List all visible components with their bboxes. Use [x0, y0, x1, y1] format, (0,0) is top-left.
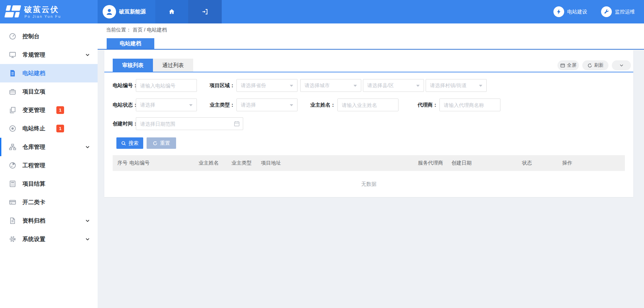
reset-button[interactable]: 重置 [147, 137, 176, 149]
change-mgmt-badge: 1 [56, 106, 64, 114]
brand-title: 破茧云伏 [24, 4, 59, 15]
date-range-input[interactable] [136, 117, 243, 130]
home-button[interactable] [155, 0, 188, 23]
chevron-down-icon [85, 53, 90, 57]
nav-monitor-ops[interactable]: 监控运维 [601, 0, 635, 23]
logo-area: 破茧云伏 Po Jian Yun Fu [0, 0, 98, 23]
station-code-input[interactable] [136, 79, 197, 92]
sidebar-item-warehouse-mgmt[interactable]: 仓库管理 [0, 138, 98, 156]
refresh-icon [587, 63, 592, 68]
chevron-down-icon [85, 145, 90, 149]
station-code-label: 电站编号： [113, 79, 134, 92]
page-tab-station-archive[interactable]: 电站建档 [107, 38, 154, 49]
gear-icon [9, 235, 16, 243]
sidebar-item-station-termination[interactable]: 电站终止 1 [0, 119, 98, 138]
search-button[interactable]: 搜索 [116, 137, 143, 149]
bank-card-icon [9, 198, 16, 206]
sidebar-item-project-settlement[interactable]: 项目结算 [0, 175, 98, 193]
copy-pages-icon [9, 106, 16, 114]
agent-label: 代理商： [398, 99, 438, 111]
content-card: 审核列表 通过列表 全屏 刷新 电站编号： 项目区域： 请选择省份 请选择城市 [104, 50, 633, 197]
top-header: 破茧云伏 Po Jian Yun Fu 破茧新能源 [0, 0, 644, 23]
sidebar-item-engineering-mgmt[interactable]: 工程管理 [0, 156, 98, 175]
county-select[interactable]: 请选择县/区 [363, 79, 424, 92]
record-circle-icon [9, 125, 16, 132]
company-name: 破茧新能源 [119, 0, 146, 23]
search-icon [121, 141, 126, 146]
lightning-icon [556, 9, 562, 15]
col-owner-name: 业主姓名 [199, 160, 231, 166]
station-termination-badge: 1 [56, 125, 64, 132]
archive-doc-icon [9, 217, 16, 225]
sidebar-item-open-card[interactable]: 开二类卡 [0, 193, 98, 211]
col-status: 状态 [522, 160, 562, 166]
agent-input[interactable] [439, 99, 500, 111]
breadcrumb: 当前位置： 首页 / 电站建档 [106, 27, 167, 33]
nav-monitor-ops-label: 监控运维 [615, 9, 635, 15]
collapse-toolbar-button[interactable] [612, 60, 631, 70]
sidebar: 控制台 常规管理 电站建档 [0, 23, 98, 308]
station-status-label: 电站状态： [113, 99, 134, 111]
logout-button[interactable] [188, 0, 222, 23]
wrench-icon [603, 9, 609, 15]
document-icon [9, 69, 16, 77]
sidebar-item-system-settings[interactable]: 系统设置 [0, 230, 98, 248]
refresh-button[interactable]: 刷新 [582, 60, 608, 70]
dashboard-icon [9, 33, 16, 40]
sidebar-item-change-mgmt[interactable]: 变更管理 1 [0, 101, 98, 119]
col-project-address: 项目地址 [261, 160, 418, 166]
nav-station-build-label: 电站建设 [567, 9, 587, 15]
owner-type-select[interactable]: 请选择 [236, 99, 298, 111]
sidebar-item-project-initiation[interactable]: 项目立项 [0, 82, 98, 101]
table-empty-state: 无数据 [113, 171, 625, 197]
sidebar-item-station-archive[interactable]: 电站建档 [0, 64, 98, 82]
breadcrumb-prefix: 当前位置： [106, 27, 131, 33]
pie-gauge-icon [9, 162, 16, 169]
calculator-icon [9, 180, 16, 188]
fullscreen-icon [560, 63, 565, 68]
brand-subtitle: Po Jian Yun Fu [24, 14, 61, 18]
user-segment: 破茧新能源 [98, 0, 155, 23]
nav-station-build[interactable]: 电站建设 [553, 0, 587, 23]
tab-underline [104, 72, 633, 72]
app-root: 破茧云伏 Po Jian Yun Fu 破茧新能源 [0, 0, 644, 308]
col-create-date: 创建日期 [451, 160, 522, 166]
calendar-icon[interactable] [234, 121, 630, 127]
col-actions: 操作 [562, 160, 625, 166]
owner-name-label: 业主姓名： [298, 99, 335, 111]
station-status-select[interactable]: 请选择 [136, 99, 197, 111]
sitemap-icon [9, 143, 16, 151]
active-indicator-bar [0, 138, 1, 156]
sidebar-item-data-archive[interactable]: 资料归档 [0, 211, 98, 230]
city-select[interactable]: 请选择城市 [300, 79, 361, 92]
sidebar-item-console[interactable]: 控制台 [0, 27, 98, 46]
monitor-icon [9, 51, 16, 59]
tab-review-list[interactable]: 审核列表 [113, 59, 153, 72]
reset-icon [153, 141, 158, 146]
owner-name-input[interactable] [337, 99, 398, 111]
briefcase-icon [9, 88, 16, 96]
breadcrumb-strip: 当前位置： 首页 / 电站建档 电站建档 [98, 23, 644, 50]
col-station-code: 电站编号 [129, 160, 199, 166]
col-owner-type: 业主类型 [231, 160, 261, 166]
breadcrumb-path[interactable]: 首页 / 电站建档 [132, 27, 167, 33]
col-index: 序号 [117, 160, 129, 166]
sidebar-item-general-mgmt[interactable]: 常规管理 [0, 46, 98, 64]
town-select[interactable]: 请选择村镇/街道 [426, 79, 487, 92]
owner-type-label: 业主类型： [197, 99, 235, 111]
home-icon [168, 8, 175, 15]
fullscreen-button[interactable]: 全屏 [557, 60, 579, 70]
region-label: 项目区域： [197, 79, 235, 92]
table-header-row: 序号 电站编号 业主姓名 业主类型 项目地址 服务代理商 创建日期 状态 操作 [113, 155, 625, 171]
user-avatar[interactable] [103, 5, 116, 18]
brand-logo-icon [6, 5, 22, 18]
login-arrow-icon [201, 8, 209, 15]
tab-passed-list[interactable]: 通过列表 [153, 59, 193, 72]
person-icon [105, 7, 114, 16]
province-select[interactable]: 请选择省份 [236, 79, 298, 92]
create-time-label: 创建时间： [113, 117, 134, 130]
chevron-down-icon [85, 219, 90, 223]
col-service-agent: 服务代理商 [418, 160, 451, 166]
chevron-down-icon [619, 63, 624, 68]
chevron-down-icon [85, 237, 90, 242]
